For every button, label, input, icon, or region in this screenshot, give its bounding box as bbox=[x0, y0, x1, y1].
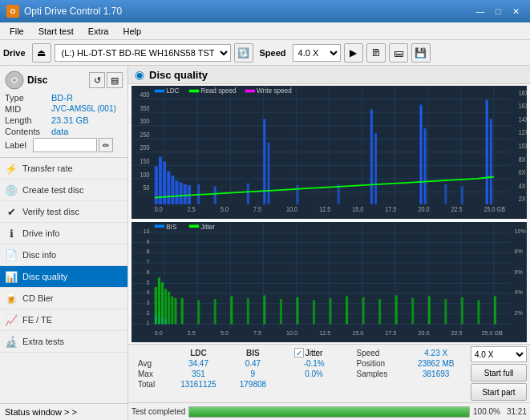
svg-text:20.0: 20.0 bbox=[418, 329, 429, 337]
close-button[interactable]: ✕ bbox=[508, 4, 524, 18]
cd-bier-icon: 🍺 bbox=[5, 292, 18, 305]
speed-select[interactable]: 4.0 X 1.0 X 2.0 X 6.0 X 8.0 X bbox=[293, 44, 341, 62]
disc-quality-header: ◉ Disc quality bbox=[128, 66, 530, 84]
svg-rect-119 bbox=[247, 297, 249, 323]
window-controls: — □ ✕ bbox=[472, 4, 524, 18]
svg-rect-111 bbox=[164, 289, 167, 324]
progress-status: Test completed bbox=[131, 407, 185, 416]
sidebar-item-transfer-rate[interactable]: ⚡ Transfer rate bbox=[0, 158, 127, 180]
svg-rect-37 bbox=[267, 143, 269, 204]
svg-rect-29 bbox=[175, 180, 178, 204]
svg-text:400: 400 bbox=[140, 91, 150, 99]
sidebar-item-label: CD Bier bbox=[22, 293, 54, 303]
sidebar-item-label: Extra tests bbox=[22, 337, 64, 346]
max-jitter: 0.0% bbox=[289, 370, 339, 378]
length-value: 23.31 GB bbox=[51, 115, 123, 125]
sidebar-item-label: Create test disc bbox=[22, 185, 83, 195]
svg-text:15.0: 15.0 bbox=[352, 329, 363, 337]
drive-toolbar: Drive ⏏ (L:) HL-DT-ST BD-RE WH16NS58 TST… bbox=[0, 40, 530, 66]
svg-rect-41 bbox=[374, 133, 377, 204]
start-full-button[interactable]: Start full bbox=[471, 364, 527, 382]
create-test-disc-icon: 💿 bbox=[5, 184, 18, 196]
svg-rect-125 bbox=[346, 296, 348, 324]
disc-icon bbox=[5, 71, 24, 90]
svg-text:0.0: 0.0 bbox=[155, 329, 163, 337]
svg-rect-130 bbox=[428, 296, 431, 324]
sidebar-item-extra-tests[interactable]: 🔬 Extra tests bbox=[0, 331, 127, 353]
svg-text:25.0 GB: 25.0 GB bbox=[482, 329, 503, 337]
svg-rect-129 bbox=[411, 297, 414, 323]
contents-value: data bbox=[51, 127, 123, 136]
svg-rect-31 bbox=[184, 184, 187, 204]
svg-text:7.5: 7.5 bbox=[253, 206, 261, 214]
sidebar-item-disc-info[interactable]: 📄 Disc info bbox=[0, 244, 127, 266]
jitter-checkbox-area: ✓ Jitter bbox=[294, 348, 334, 357]
label-edit-button[interactable]: ✏ bbox=[99, 138, 113, 152]
menu-extra[interactable]: Extra bbox=[82, 25, 115, 38]
position-value: 23862 MB bbox=[406, 359, 466, 368]
minimize-button[interactable]: — bbox=[472, 4, 488, 18]
svg-text:12.5: 12.5 bbox=[319, 206, 330, 214]
svg-rect-161 bbox=[155, 224, 164, 227]
svg-text:4%: 4% bbox=[515, 288, 524, 296]
progress-bar-container: Test completed 100.0% 31:21 bbox=[128, 402, 530, 420]
toolbar-btn-save[interactable]: 💾 bbox=[411, 43, 431, 63]
svg-rect-134 bbox=[494, 296, 496, 324]
start-speed-select[interactable]: 4.0 X 1.0 X 2.0 X 6.0 X 8.0 X bbox=[471, 346, 527, 362]
sidebar-item-label: FE / TE bbox=[22, 315, 52, 325]
toolbar-btn-2[interactable]: 🖴 bbox=[389, 43, 408, 63]
svg-rect-76 bbox=[155, 90, 164, 93]
svg-text:6%: 6% bbox=[515, 268, 524, 276]
svg-text:12.5: 12.5 bbox=[319, 329, 330, 337]
svg-text:100: 100 bbox=[140, 171, 150, 179]
jitter-checkbox[interactable]: ✓ bbox=[294, 348, 304, 357]
speed-stat-value: 4.23 X bbox=[406, 348, 466, 357]
svg-text:3: 3 bbox=[147, 298, 150, 306]
sidebar-item-create-test-disc[interactable]: 💿 Create test disc bbox=[0, 180, 127, 201]
sidebar-item-disc-quality[interactable]: 📊 Disc quality bbox=[0, 266, 127, 288]
sidebar-item-fe-te[interactable]: 📈 FE / TE bbox=[0, 309, 127, 331]
disc-refresh-button[interactable]: ↺ bbox=[89, 72, 105, 88]
titlebar: O Opti Drive Control 1.70 — □ ✕ bbox=[0, 0, 530, 22]
svg-rect-38 bbox=[296, 185, 298, 204]
max-label: Max bbox=[133, 370, 168, 378]
svg-rect-123 bbox=[313, 300, 315, 324]
svg-text:250: 250 bbox=[140, 131, 150, 139]
transfer-rate-icon: ⚡ bbox=[5, 162, 18, 175]
svg-text:6X: 6X bbox=[519, 169, 526, 177]
svg-rect-128 bbox=[395, 295, 398, 324]
progress-track bbox=[188, 406, 470, 418]
svg-text:25.0 GB: 25.0 GB bbox=[484, 206, 505, 214]
sidebar-item-cd-bier[interactable]: 🍺 CD Bier bbox=[0, 288, 127, 309]
sidebar-item-label: Verify test disc bbox=[22, 207, 79, 216]
svg-text:22.5: 22.5 bbox=[451, 206, 463, 214]
avg-bis: 0.47 bbox=[229, 359, 277, 368]
menu-start-test[interactable]: Start test bbox=[32, 25, 80, 38]
disc-label-input[interactable] bbox=[33, 138, 97, 152]
sidebar-item-verify-test-disc[interactable]: ✔ Verify test disc bbox=[0, 201, 127, 223]
menu-help[interactable]: Help bbox=[116, 25, 148, 38]
drive-eject-button[interactable]: ⏏ bbox=[32, 43, 51, 63]
toolbar-btn-1[interactable]: 🖹 bbox=[366, 43, 386, 63]
drive-select[interactable]: (L:) HL-DT-ST BD-RE WH16NS58 TST4 bbox=[55, 44, 231, 62]
drive-refresh-button[interactable]: 🔃 bbox=[234, 43, 253, 63]
speed-apply-button[interactable]: ▶ bbox=[344, 43, 363, 63]
svg-rect-127 bbox=[378, 299, 381, 324]
disc-info-button[interactable]: ▤ bbox=[107, 72, 123, 88]
svg-text:8: 8 bbox=[147, 247, 150, 255]
sidebar-item-label: Disc info bbox=[22, 250, 56, 260]
svg-rect-27 bbox=[167, 171, 170, 204]
svg-text:6: 6 bbox=[147, 268, 150, 276]
svg-text:BIS: BIS bbox=[166, 222, 176, 231]
start-part-button[interactable]: Start part bbox=[471, 383, 527, 401]
maximize-button[interactable]: □ bbox=[490, 4, 506, 18]
mid-label: MID bbox=[5, 104, 51, 114]
svg-text:12X: 12X bbox=[519, 129, 527, 137]
svg-text:2: 2 bbox=[147, 309, 150, 317]
svg-rect-118 bbox=[230, 296, 233, 324]
sidebar-item-drive-info[interactable]: ℹ Drive info bbox=[0, 223, 127, 244]
nav-section: ⚡ Transfer rate 💿 Create test disc ✔ Ver… bbox=[0, 158, 127, 403]
status-window-button[interactable]: Status window > > bbox=[0, 403, 127, 420]
menu-file[interactable]: File bbox=[3, 25, 30, 38]
svg-text:15.0: 15.0 bbox=[352, 206, 363, 214]
